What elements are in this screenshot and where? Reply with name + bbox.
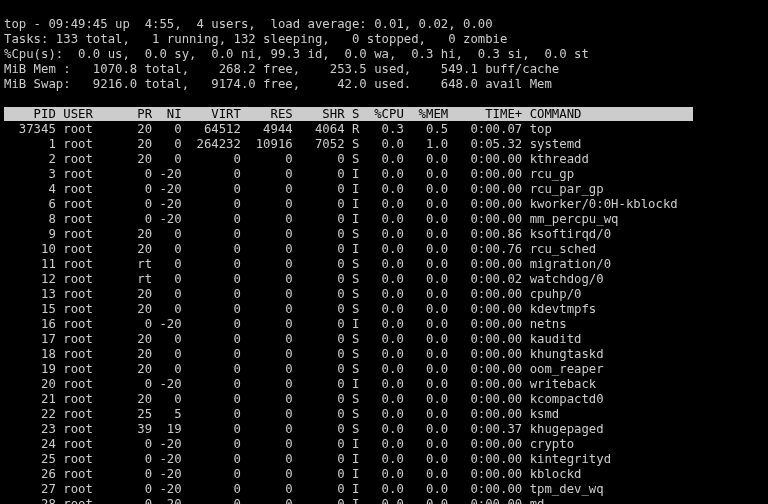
top-line-3: %Cpu(s): 0.0 us, 0.0 sy, 0.0 ni, 99.3 id… xyxy=(4,47,589,61)
table-row: 18 root 20 0 0 0 0 S 0.0 0.0 0:00.00 khu… xyxy=(4,347,764,362)
top-line-4: MiB Mem : 1070.8 total, 268.2 free, 253.… xyxy=(4,62,559,76)
table-row: 19 root 20 0 0 0 0 S 0.0 0.0 0:00.00 oom… xyxy=(4,362,764,377)
blank-line xyxy=(4,92,11,106)
table-row: 2 root 20 0 0 0 0 S 0.0 0.0 0:00.00 kthr… xyxy=(4,152,764,167)
table-row: 37345 root 20 0 64512 4944 4064 R 0.3 0.… xyxy=(4,122,764,137)
terminal: top - 09:49:45 up 4:55, 4 users, load av… xyxy=(0,0,768,504)
table-row: 21 root 20 0 0 0 0 S 0.0 0.0 0:00.00 kco… xyxy=(4,392,764,407)
table-row: 20 root 0 -20 0 0 0 I 0.0 0.0 0:00.00 wr… xyxy=(4,377,764,392)
table-row: 10 root 20 0 0 0 0 I 0.0 0.0 0:00.76 rcu… xyxy=(4,242,764,257)
table-row: 8 root 0 -20 0 0 0 I 0.0 0.0 0:00.00 mm_… xyxy=(4,212,764,227)
process-table: 37345 root 20 0 64512 4944 4064 R 0.3 0.… xyxy=(4,122,764,504)
table-row: 24 root 0 -20 0 0 0 I 0.0 0.0 0:00.00 cr… xyxy=(4,437,764,452)
table-row: 13 root 20 0 0 0 0 S 0.0 0.0 0:00.00 cpu… xyxy=(4,287,764,302)
table-row: 4 root 0 -20 0 0 0 I 0.0 0.0 0:00.00 rcu… xyxy=(4,182,764,197)
table-row: 16 root 0 -20 0 0 0 I 0.0 0.0 0:00.00 ne… xyxy=(4,317,764,332)
table-row: 6 root 0 -20 0 0 0 I 0.0 0.0 0:00.00 kwo… xyxy=(4,197,764,212)
table-row: 28 root 0 -20 0 0 0 I 0.0 0.0 0:00.00 md xyxy=(4,497,764,504)
table-row: 3 root 0 -20 0 0 0 I 0.0 0.0 0:00.00 rcu… xyxy=(4,167,764,182)
table-row: 27 root 0 -20 0 0 0 I 0.0 0.0 0:00.00 tp… xyxy=(4,482,764,497)
top-line-1: top - 09:49:45 up 4:55, 4 users, load av… xyxy=(4,17,493,31)
table-row: 15 root 20 0 0 0 0 S 0.0 0.0 0:00.00 kde… xyxy=(4,302,764,317)
table-row: 9 root 20 0 0 0 0 S 0.0 0.0 0:00.86 ksof… xyxy=(4,227,764,242)
table-row: 11 root rt 0 0 0 0 S 0.0 0.0 0:00.00 mig… xyxy=(4,257,764,272)
table-row: 22 root 25 5 0 0 0 S 0.0 0.0 0:00.00 ksm… xyxy=(4,407,764,422)
table-row: 17 root 20 0 0 0 0 S 0.0 0.0 0:00.00 kau… xyxy=(4,332,764,347)
table-row: 25 root 0 -20 0 0 0 I 0.0 0.0 0:00.00 ki… xyxy=(4,452,764,467)
table-row: 26 root 0 -20 0 0 0 I 0.0 0.0 0:00.00 kb… xyxy=(4,467,764,482)
top-line-5: MiB Swap: 9216.0 total, 9174.0 free, 42.… xyxy=(4,77,552,91)
column-header: PID USER PR NI VIRT RES SHR S %CPU %MEM … xyxy=(4,107,693,121)
top-line-2: Tasks: 133 total, 1 running, 132 sleepin… xyxy=(4,32,507,46)
table-row: 1 root 20 0 264232 10916 7052 S 0.0 1.0 … xyxy=(4,137,764,152)
table-row: 23 root 39 19 0 0 0 S 0.0 0.0 0:00.37 kh… xyxy=(4,422,764,437)
table-row: 12 root rt 0 0 0 0 S 0.0 0.0 0:00.02 wat… xyxy=(4,272,764,287)
